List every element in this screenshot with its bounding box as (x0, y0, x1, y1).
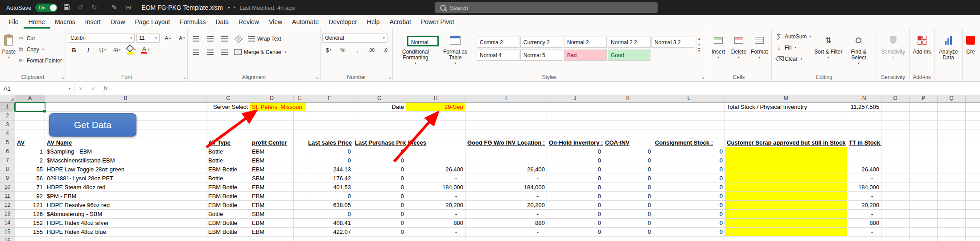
cell-K7[interactable]: 0 (603, 156, 653, 165)
cell-M3[interactable] (725, 120, 847, 129)
cell-J12[interactable]: 0 (547, 201, 603, 210)
row-header-14[interactable]: 14 (0, 219, 15, 228)
cell-Q6[interactable] (938, 147, 966, 156)
cell-J1[interactable] (547, 103, 603, 112)
cell-I8[interactable]: 26,400 (465, 165, 547, 174)
font-color-button[interactable]: A▾ (139, 45, 152, 55)
sensitivity-button[interactable]: Sensitivity▾ (879, 31, 907, 59)
cell-K16[interactable] (603, 237, 653, 241)
cell-N16[interactable] (847, 237, 881, 241)
cell-E6[interactable] (294, 147, 306, 156)
menu-file[interactable]: File (4, 15, 24, 29)
cell-Q14[interactable] (938, 219, 966, 228)
format-painter-button[interactable]: ✏Format Painter (16, 55, 64, 66)
clipboard-dialog-launcher-icon[interactable]: ↘ (61, 75, 64, 80)
cell-K8[interactable]: 0 (603, 165, 653, 174)
style-currency-2[interactable]: Currency 2 (520, 37, 563, 48)
cell-D11[interactable]: EBM (250, 192, 294, 201)
cell-D3[interactable] (250, 120, 294, 129)
cell-A10[interactable]: 71 (15, 183, 45, 192)
formula-input[interactable] (112, 82, 980, 95)
cell-extra-13[interactable] (966, 210, 980, 219)
cell-H12[interactable]: 20,200 (406, 201, 465, 210)
save-icon[interactable] (62, 4, 71, 12)
cell-E3[interactable] (294, 120, 306, 129)
cell-E5[interactable] (294, 138, 306, 147)
menu-page-layout[interactable]: Page Layout (130, 15, 175, 29)
cell-N2[interactable] (847, 112, 881, 120)
menu-formulas[interactable]: Formulas (175, 15, 210, 29)
cell-I16[interactable] (465, 237, 547, 241)
cell-G2[interactable] (353, 112, 406, 120)
column-header-extra[interactable] (966, 95, 980, 103)
cell-B9[interactable]: 0291881- Lysol 28oz PET (45, 174, 206, 183)
cell-extra-3[interactable] (966, 120, 980, 129)
cell-I4[interactable] (465, 129, 547, 138)
name-box[interactable]: A1 ▾ (0, 82, 74, 95)
cell-C9[interactable]: Bottle (206, 174, 250, 183)
row-header-8[interactable]: 8 (0, 165, 15, 174)
cell-N10[interactable]: 184,000 (847, 183, 881, 192)
cell-extra-5[interactable] (966, 138, 980, 147)
cell-I2[interactable] (465, 112, 547, 120)
cell-P3[interactable] (910, 120, 938, 129)
cell-Q15[interactable] (938, 228, 966, 237)
cell-L14[interactable]: 0 (653, 219, 725, 228)
column-header-Q[interactable]: Q (938, 95, 966, 103)
cell-B15[interactable]: HDPE Ridex 48oz blue (45, 228, 206, 237)
cell-L3[interactable] (653, 120, 725, 129)
cell-Q16[interactable] (938, 237, 966, 241)
cell-extra-12[interactable] (966, 201, 980, 210)
cell-N3[interactable] (847, 120, 881, 129)
cell-E15[interactable] (294, 228, 306, 237)
select-all-corner[interactable] (0, 95, 15, 103)
cell-Q8[interactable] (938, 165, 966, 174)
cell-B16[interactable] (45, 237, 206, 241)
column-header-O[interactable]: O (881, 95, 910, 103)
cell-D6[interactable]: EBM (250, 147, 294, 156)
cell-M15[interactable] (725, 228, 847, 237)
cell-C7[interactable]: Bottle (206, 156, 250, 165)
row-header-16[interactable]: 16 (0, 237, 15, 241)
search-box[interactable]: Search (435, 2, 658, 13)
cell-M12[interactable] (725, 201, 847, 210)
cell-P13[interactable] (910, 210, 938, 219)
cell-O4[interactable] (881, 129, 910, 138)
cell-F12[interactable]: 638.05 (306, 201, 353, 210)
align-left-button[interactable] (189, 47, 202, 57)
menu-help[interactable]: Help (362, 15, 385, 29)
merge-center-button[interactable]: Merge & Center▾ (232, 46, 288, 58)
cell-E7[interactable] (294, 156, 306, 165)
cell-C5[interactable]: AV Type (206, 138, 250, 147)
row-header-15[interactable]: 15 (0, 228, 15, 237)
cell-H1[interactable]: 29-Sep (406, 103, 465, 112)
cell-N5[interactable]: TT in Stock : (847, 138, 881, 147)
cell-P4[interactable] (910, 129, 938, 138)
menu-home[interactable]: Home (24, 15, 50, 29)
cell-Q3[interactable] (938, 120, 966, 129)
row-header-3[interactable]: 3 (0, 120, 15, 129)
cell-N14[interactable]: 880 (847, 219, 881, 228)
cell-C13[interactable]: Bottle (206, 210, 250, 219)
cell-A11[interactable]: 92 (15, 192, 45, 201)
column-header-E[interactable]: E (294, 95, 306, 103)
cell-O12[interactable] (881, 201, 910, 210)
cell-O9[interactable] (881, 174, 910, 183)
wrap-text-button[interactable]: Wrap Text (247, 33, 283, 44)
column-header-M[interactable]: M (725, 95, 847, 103)
percent-style-button[interactable]: % (337, 45, 349, 55)
column-header-G[interactable]: G (353, 95, 406, 103)
cell-G12[interactable]: 0 (353, 201, 406, 210)
cell-D12[interactable]: EBM (250, 201, 294, 210)
cell-D9[interactable]: SBM (250, 174, 294, 183)
cell-B8[interactable]: HDPE Law Toggle 28oz green (45, 165, 206, 174)
cell-O15[interactable] (881, 228, 910, 237)
cell-Q12[interactable] (938, 201, 966, 210)
cell-J6[interactable]: 0 (547, 147, 603, 156)
cell-F7[interactable]: 0 (306, 156, 353, 165)
row-header-10[interactable]: 10 (0, 183, 15, 192)
cell-B13[interactable]: $Abmusterung - SBM (45, 210, 206, 219)
align-center-button[interactable] (204, 47, 216, 57)
cell-L2[interactable] (653, 112, 725, 120)
fill-button[interactable]: ↓Fill▾ (774, 42, 813, 53)
